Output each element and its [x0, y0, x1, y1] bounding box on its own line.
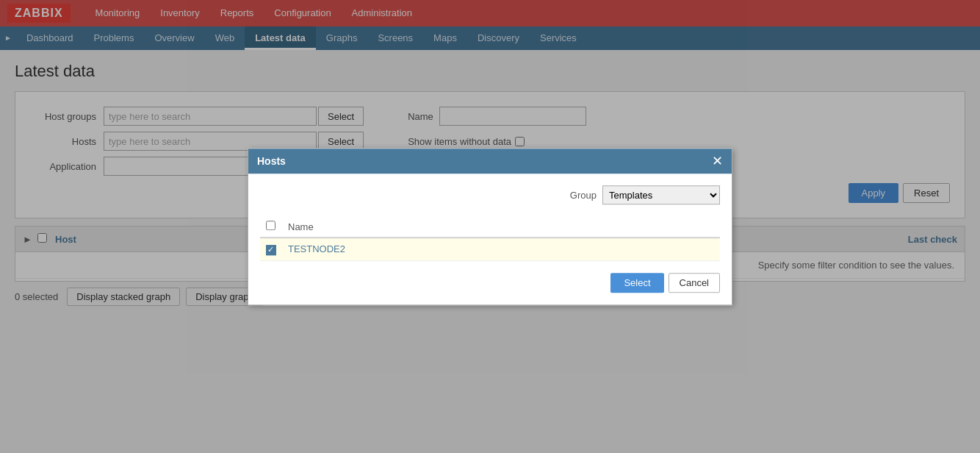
modal-body: Group Templates All Discovered hosts Hyp… [248, 174, 732, 304]
modal-title: Hosts [257, 155, 286, 167]
modal-col-name: Name [282, 216, 720, 238]
modal-close-button[interactable]: ✕ [712, 154, 723, 168]
modal-select-button[interactable]: Select [610, 273, 663, 293]
hosts-modal: Hosts ✕ Group Templates All Discovered h… [248, 148, 732, 305]
modal-cancel-button[interactable]: Cancel [669, 273, 720, 293]
row-checkbox-checked[interactable] [266, 245, 276, 255]
modal-filter-row: Group Templates All Discovered hosts Hyp… [260, 185, 720, 204]
modal-actions: Select Cancel [260, 273, 720, 293]
row-name-cell: TESTNODE2 [282, 238, 720, 260]
modal-select-all-checkbox[interactable] [266, 221, 275, 230]
modal-col-checkbox [260, 216, 282, 238]
modal-table-header-row: Name [260, 216, 720, 238]
row-checkbox-cell [260, 238, 282, 260]
modal-table: Name TESTNODE2 [260, 216, 720, 261]
modal-group-select[interactable]: Templates All Discovered hosts Hyperviso… [602, 185, 720, 204]
modal-header: Hosts ✕ [248, 149, 732, 174]
modal-group-label: Group [570, 190, 597, 201]
table-row[interactable]: TESTNODE2 [260, 238, 720, 260]
